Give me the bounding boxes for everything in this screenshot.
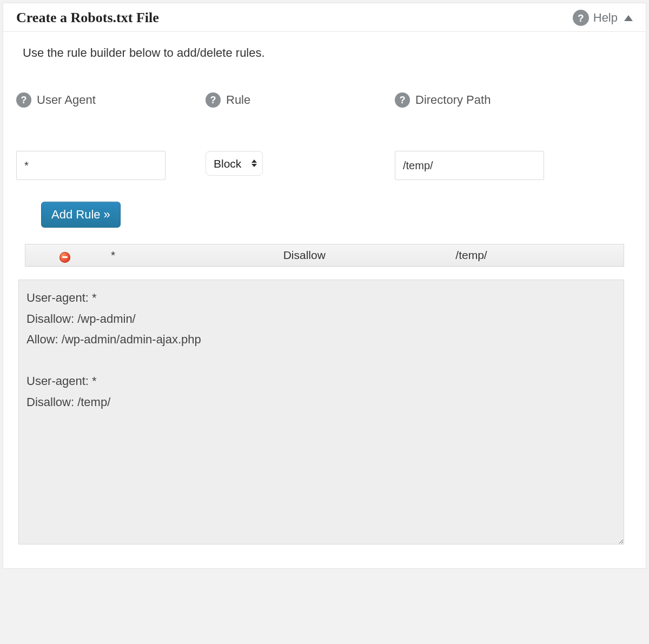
delete-rule-icon[interactable] (59, 252, 70, 263)
directory-path-cell (395, 151, 633, 180)
rule-label: ? Rule (206, 92, 395, 108)
directory-path-label: ? Directory Path (395, 92, 633, 108)
robots-panel: Create a Robots.txt File ? Help Use the … (3, 3, 646, 569)
rule-label-text: Rule (226, 93, 250, 107)
help-label: Help (593, 11, 618, 25)
user-agent-input[interactable] (16, 151, 165, 180)
user-agent-cell (16, 151, 206, 180)
rule-builder: ? User Agent ? Rule ? Directory Path Blo… (3, 92, 646, 180)
robots-preview-textarea[interactable] (18, 280, 624, 545)
rule-row-path: /temp/ (451, 249, 624, 262)
select-caret-icon (251, 160, 257, 167)
instructions-text: Use the rule builder below to add/delete… (23, 46, 646, 60)
rule-select[interactable]: BlockAllow (214, 151, 245, 175)
user-agent-label: ? User Agent (16, 92, 206, 108)
rule-select-wrap[interactable]: BlockAllow (206, 151, 263, 176)
add-rule-button[interactable]: Add Rule » (41, 202, 121, 228)
help-toggle[interactable]: ? Help (573, 10, 633, 26)
help-icon[interactable]: ? (206, 92, 221, 108)
help-icon[interactable]: ? (395, 92, 410, 108)
directory-path-label-text: Directory Path (415, 93, 491, 107)
rule-row-user-agent: * (107, 249, 279, 262)
chevron-up-icon (624, 15, 633, 21)
rule-cell: BlockAllow (206, 151, 395, 180)
help-icon: ? (573, 10, 589, 26)
help-icon[interactable]: ? (16, 92, 31, 108)
add-rule-wrap: Add Rule » (41, 202, 646, 228)
user-agent-label-text: User Agent (37, 93, 96, 107)
directory-path-input[interactable] (395, 151, 544, 180)
delete-rule-cell (25, 248, 107, 263)
panel-title: Create a Robots.txt File (16, 10, 159, 26)
rules-table: * Disallow /temp/ (25, 244, 624, 267)
panel-header: Create a Robots.txt File ? Help (3, 3, 646, 32)
preview-wrap (18, 280, 624, 547)
rule-row-action: Disallow (279, 249, 452, 262)
